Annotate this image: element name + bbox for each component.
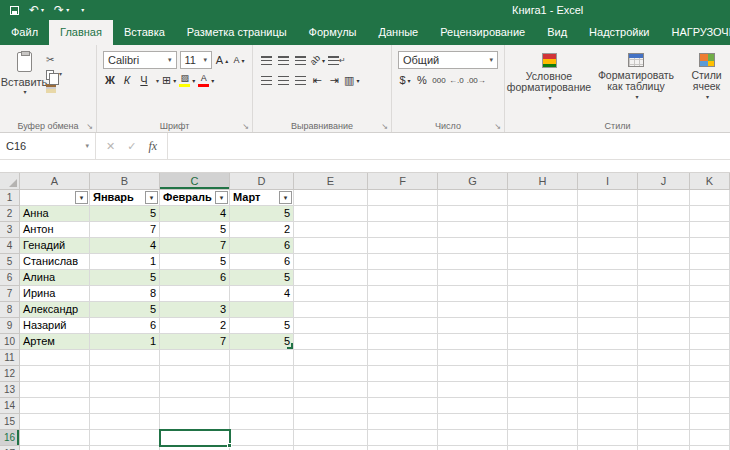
cell-B5[interactable]: 1 xyxy=(90,254,160,270)
conditional-formatting-button[interactable]: Условное форматирование ▾ xyxy=(507,48,591,118)
tab-home[interactable]: Главная xyxy=(49,20,113,45)
cell-B8[interactable]: 5 xyxy=(90,302,160,318)
cell-K15[interactable] xyxy=(690,414,730,430)
tab-formulas[interactable]: Формулы xyxy=(298,20,368,45)
cell-F9[interactable] xyxy=(368,318,438,334)
cell-E11[interactable] xyxy=(294,350,368,366)
cell-D7[interactable]: 4 xyxy=(230,286,294,302)
accounting-format-icon[interactable]: $▾ xyxy=(398,72,412,89)
tab-addins[interactable]: Надстройки xyxy=(578,20,660,45)
cell-C1[interactable]: Февраль▾ xyxy=(160,190,230,206)
cell-H9[interactable] xyxy=(508,318,578,334)
cell-C10[interactable]: 7 xyxy=(160,334,230,350)
cell-E2[interactable] xyxy=(294,206,368,222)
cell-D13[interactable] xyxy=(230,382,294,398)
cell-K10[interactable] xyxy=(690,334,730,350)
alignment-dialog-launcher-icon[interactable]: ↘ xyxy=(381,122,388,131)
decrease-decimal-icon[interactable]: .00→ xyxy=(467,72,486,89)
bold-button[interactable]: Ж xyxy=(103,72,117,89)
cancel-icon[interactable]: ✕ xyxy=(106,140,115,153)
name-box[interactable]: C16 ▾ xyxy=(0,133,96,159)
cell-F10[interactable] xyxy=(368,334,438,350)
enter-icon[interactable]: ✓ xyxy=(127,140,136,153)
percent-style-icon[interactable]: % xyxy=(415,72,429,89)
cell-A7[interactable]: Ирина xyxy=(20,286,90,302)
cell-E1[interactable] xyxy=(294,190,368,206)
cell-E7[interactable] xyxy=(294,286,368,302)
copy-icon[interactable]: ▾ xyxy=(46,69,62,80)
cell-C15[interactable] xyxy=(160,414,230,430)
cell-D3[interactable]: 2 xyxy=(230,222,294,238)
cell-F6[interactable] xyxy=(368,270,438,286)
cell-B3[interactable]: 7 xyxy=(90,222,160,238)
format-as-table-button[interactable]: Форматировать как таблицу ▾ xyxy=(591,48,681,118)
cell-D17[interactable] xyxy=(230,446,294,450)
cell-B11[interactable] xyxy=(90,350,160,366)
cell-I16[interactable] xyxy=(578,430,638,446)
cell-I1[interactable] xyxy=(578,190,638,206)
cell-A14[interactable] xyxy=(20,398,90,414)
cell-E6[interactable] xyxy=(294,270,368,286)
table-resize-handle[interactable] xyxy=(287,343,293,349)
cell-E15[interactable] xyxy=(294,414,368,430)
cell-C2[interactable]: 4 xyxy=(160,206,230,222)
select-all-button[interactable] xyxy=(0,173,20,190)
cell-E3[interactable] xyxy=(294,222,368,238)
cell-G8[interactable] xyxy=(438,302,508,318)
cell-A2[interactable]: Анна xyxy=(20,206,90,222)
redo-icon[interactable]: ↷▾ xyxy=(49,0,74,20)
cell-B6[interactable]: 5 xyxy=(90,270,160,286)
cell-K2[interactable] xyxy=(690,206,730,222)
tab-data[interactable]: Данные xyxy=(367,20,429,45)
undo-icon[interactable]: ↶▾ xyxy=(24,0,49,20)
cell-G15[interactable] xyxy=(438,414,508,430)
font-name-select[interactable]: Calibri▾ xyxy=(103,51,177,69)
tab-file[interactable]: Файл xyxy=(0,20,49,45)
cell-K7[interactable] xyxy=(690,286,730,302)
cell-J11[interactable] xyxy=(638,350,690,366)
cell-D1[interactable]: Март▾ xyxy=(230,190,294,206)
tab-load-test[interactable]: НАГРУЗОЧНЫЙ Т xyxy=(660,20,730,45)
font-dialog-launcher-icon[interactable]: ↘ xyxy=(242,122,249,131)
row-header-1[interactable]: 1 xyxy=(0,190,20,206)
cell-F16[interactable] xyxy=(368,430,438,446)
cell-F15[interactable] xyxy=(368,414,438,430)
cell-I11[interactable] xyxy=(578,350,638,366)
row-header-6[interactable]: 6 xyxy=(0,270,20,286)
cell-E12[interactable] xyxy=(294,366,368,382)
cell-C9[interactable]: 2 xyxy=(160,318,230,334)
cell-J15[interactable] xyxy=(638,414,690,430)
cell-C11[interactable] xyxy=(160,350,230,366)
cell-E16[interactable] xyxy=(294,430,368,446)
row-header-2[interactable]: 2 xyxy=(0,206,20,222)
cell-J3[interactable] xyxy=(638,222,690,238)
column-header-H[interactable]: H xyxy=(508,173,578,190)
cell-F4[interactable] xyxy=(368,238,438,254)
formula-input[interactable] xyxy=(168,133,730,159)
cell-J8[interactable] xyxy=(638,302,690,318)
cell-B13[interactable] xyxy=(90,382,160,398)
tab-page-layout[interactable]: Разметка страницы xyxy=(176,20,298,45)
cell-F3[interactable] xyxy=(368,222,438,238)
cell-A6[interactable]: Алина xyxy=(20,270,90,286)
cell-K11[interactable] xyxy=(690,350,730,366)
fill-handle[interactable] xyxy=(227,443,232,448)
cell-B4[interactable]: 4 xyxy=(90,238,160,254)
cell-B10[interactable]: 1 xyxy=(90,334,160,350)
number-dialog-launcher-icon[interactable]: ↘ xyxy=(494,122,501,131)
cell-H1[interactable] xyxy=(508,190,578,206)
row-header-9[interactable]: 9 xyxy=(0,318,20,334)
row-header-8[interactable]: 8 xyxy=(0,302,20,318)
cell-H12[interactable] xyxy=(508,366,578,382)
cell-B12[interactable] xyxy=(90,366,160,382)
save-icon[interactable] xyxy=(5,6,24,15)
filter-icon[interactable]: ▾ xyxy=(75,191,88,204)
cell-G14[interactable] xyxy=(438,398,508,414)
tab-insert[interactable]: Вставка xyxy=(113,20,176,45)
cell-H13[interactable] xyxy=(508,382,578,398)
cell-J7[interactable] xyxy=(638,286,690,302)
cell-F14[interactable] xyxy=(368,398,438,414)
fill-color-icon[interactable]: ▨▾ xyxy=(179,72,195,89)
cell-K13[interactable] xyxy=(690,382,730,398)
cell-K12[interactable] xyxy=(690,366,730,382)
